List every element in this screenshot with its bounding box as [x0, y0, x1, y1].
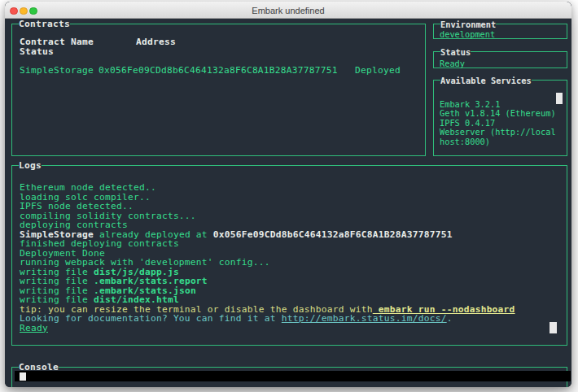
log-line: Ready [20, 324, 515, 333]
contracts-panel-title: Contracts [19, 20, 70, 29]
contract-row-name: SimpleStorage [20, 66, 94, 76]
log-segment: . [447, 313, 453, 324]
logs-panel: Logs Ethereum node detected..loading sol… [11, 165, 567, 346]
status-panel-title: Status [440, 47, 471, 57]
log-segment: 0x056Fe09CDd8b6C464132a8F6C8A1B28A377877… [213, 229, 453, 240]
logs-scrollbar[interactable] [550, 322, 557, 333]
logs-panel-title: Logs [19, 161, 42, 171]
console-cursor [20, 372, 26, 381]
log-segment: Looking for documentation? You can find … [20, 313, 282, 324]
services-scrollbar[interactable] [556, 93, 563, 104]
status-value: Ready [440, 59, 465, 69]
contract-row-status: Deployed [355, 66, 401, 76]
service-item: Geth v1.8.14 (Ethereum) [440, 109, 556, 119]
environment-value: development [440, 30, 495, 40]
console-panel: Console [11, 367, 567, 387]
status-panel: Status Ready [433, 51, 567, 68]
terminal: Contracts Contract Name Address Status S… [5, 20, 571, 387]
log-line: Looking for documentation? You can find … [20, 314, 515, 324]
environment-panel: Environment development [433, 24, 567, 39]
services-panel: Available Services Embark 3.2.1Geth v1.8… [433, 80, 567, 156]
contracts-header-address: Address [136, 37, 176, 47]
console-input[interactable] [15, 371, 571, 381]
docs-link[interactable]: http://embark.status.im/docs/ [282, 313, 447, 324]
app-window: Embark undefined Contracts Contract Name… [5, 2, 571, 387]
contracts-header-name: Contract Name [20, 37, 94, 47]
environment-panel-title: Environment [440, 20, 496, 29]
service-item: host:8000) [440, 137, 556, 147]
log-segment: Ready [20, 323, 48, 333]
service-item: Webserver (http://local [440, 128, 556, 137]
contracts-header-status: Status [20, 47, 54, 57]
logs-lines: Ethereum node detected..loading solc com… [20, 183, 515, 333]
services-list: Embark 3.2.1Geth v1.8.14 (Ethereum)IPFS … [440, 100, 556, 147]
titlebar[interactable]: Embark undefined [5, 2, 571, 19]
contract-row-address: 0x056Fe09CDd8b6C464132a8F6C8A1B28A377877… [99, 66, 338, 76]
services-panel-title: Available Services [440, 76, 532, 85]
window-title: Embark undefined [5, 6, 571, 15]
contracts-panel: Contracts Contract Name Address Status S… [11, 24, 426, 156]
